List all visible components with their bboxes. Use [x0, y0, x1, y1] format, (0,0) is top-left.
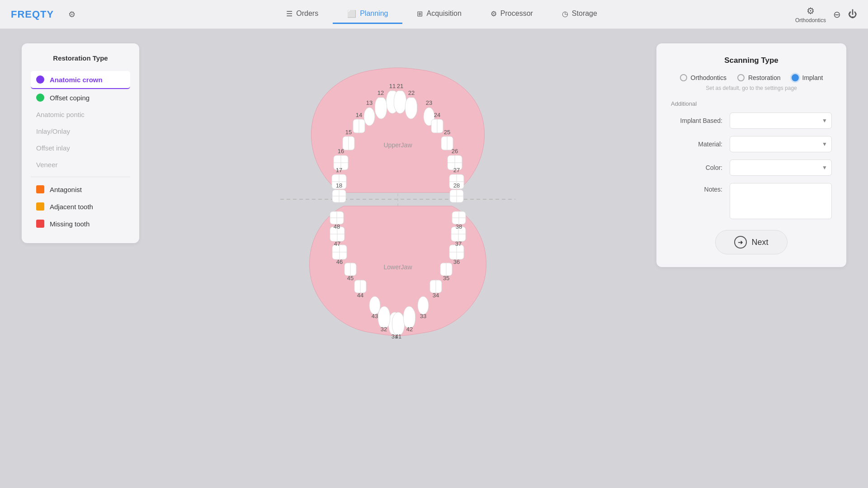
restoration-item-missing-tooth[interactable]: Missing tooth: [31, 215, 130, 232]
radio-label-restoration: Restoration: [748, 74, 781, 81]
color-row: Color: ▼: [671, 160, 832, 176]
next-button[interactable]: ➜ Next: [715, 230, 788, 254]
planning-icon: ⬜: [347, 9, 356, 18]
nav-processor[interactable]: ⚙ Processor: [476, 5, 547, 24]
radio-restoration[interactable]: Restoration: [737, 74, 781, 81]
nav-storage[interactable]: ◷ Storage: [547, 5, 612, 24]
main-content: Restoration Type Anatomic crown Offset c…: [0, 29, 868, 488]
svg-text:47: 47: [334, 240, 340, 247]
next-icon: ➜: [734, 236, 747, 249]
restoration-item-anatomic-pontic: Anatomic pontic: [31, 106, 130, 123]
notes-textarea[interactable]: [730, 183, 832, 219]
implant-based-select-wrapper: ▼: [730, 113, 832, 129]
planning-label: Planning: [360, 9, 388, 18]
additional-label: Additional: [671, 100, 832, 107]
antagonist-label: Antagonist: [50, 186, 82, 193]
material-row: Material: ▼: [671, 136, 832, 152]
left-panel: Restoration Type Anatomic crown Offset c…: [22, 43, 139, 243]
scanning-title: Scanning Type: [671, 56, 832, 65]
notes-label: Notes:: [671, 183, 730, 193]
implant-based-row: Implant Based: ▼: [671, 113, 832, 129]
anatomic-crown-icon: [36, 75, 44, 84]
svg-text:46: 46: [336, 258, 343, 265]
implant-based-label: Implant Based:: [671, 117, 730, 124]
offset-coping-label: Offset coping: [50, 94, 90, 102]
notes-row: Notes:: [671, 183, 832, 219]
svg-text:21: 21: [397, 83, 403, 89]
scan-radio-group: Orthodontics Restoration Implant: [671, 74, 832, 81]
processor-label: Processor: [500, 9, 533, 18]
topbar: FREQTY ⚙ ☰ Orders ⬜ Planning ⊞ Acquisiti…: [0, 0, 868, 29]
svg-text:18: 18: [336, 182, 342, 189]
svg-text:42: 42: [406, 326, 413, 333]
storage-label: Storage: [572, 9, 597, 18]
orthodontics-label: Orthodontics: [795, 17, 826, 23]
ortho-gear-icon: ⚙: [807, 5, 815, 16]
svg-text:15: 15: [345, 129, 352, 136]
svg-text:45: 45: [347, 275, 354, 282]
offset-inlay-label: Offset inlay: [36, 144, 70, 152]
material-label: Material:: [671, 141, 730, 148]
right-panel: Scanning Type Orthodontics Restoration I…: [656, 43, 846, 267]
nav-right: ⚙ Orthodontics ⊖ ⏻: [795, 5, 857, 23]
material-select[interactable]: [730, 136, 832, 152]
restoration-item-anatomic-crown[interactable]: Anatomic crown: [31, 71, 130, 89]
svg-text:16: 16: [338, 148, 344, 155]
minimize-icon[interactable]: ⊖: [833, 9, 841, 20]
svg-text:48: 48: [334, 223, 340, 230]
radio-orthodontics[interactable]: Orthodontics: [680, 74, 726, 81]
radio-label-orthodontics: Orthodontics: [691, 74, 726, 81]
svg-text:23: 23: [426, 99, 432, 106]
power-icon[interactable]: ⏻: [848, 9, 857, 19]
svg-text:38: 38: [456, 223, 462, 230]
storage-icon: ◷: [562, 9, 568, 18]
app-logo: FREQTY: [11, 9, 54, 20]
svg-text:28: 28: [453, 182, 460, 189]
svg-text:24: 24: [434, 112, 440, 118]
svg-text:35: 35: [443, 275, 449, 282]
antagonist-icon: [36, 185, 44, 193]
anatomic-pontic-label: Anatomic pontic: [36, 111, 85, 118]
inlay-onlay-label: Inlay/Onlay: [36, 127, 70, 135]
nav-acquisition[interactable]: ⊞ Acquisition: [402, 5, 476, 24]
next-label: Next: [751, 238, 768, 247]
veneer-label: Veneer: [36, 161, 58, 169]
restoration-item-veneer: Veneer: [31, 156, 130, 173]
svg-point-53: [369, 296, 380, 314]
restoration-item-inlay-onlay: Inlay/Onlay: [31, 123, 130, 140]
missing-tooth-label: Missing tooth: [50, 220, 90, 228]
color-select[interactable]: [730, 160, 832, 176]
orthodontics-nav[interactable]: ⚙ Orthodontics: [795, 5, 826, 23]
acquisition-icon: ⊞: [417, 9, 423, 18]
nav-planning[interactable]: ⬜ Planning: [333, 5, 402, 24]
tooth-map[interactable]: 11 21 12 22: [271, 43, 524, 360]
svg-text:LowerJaw: LowerJaw: [383, 263, 412, 271]
acquisition-label: Acquisition: [426, 9, 461, 18]
radio-label-implant: Implant: [802, 74, 823, 81]
restoration-item-antagonist[interactable]: Antagonist: [31, 181, 130, 198]
settings-icon[interactable]: ⚙: [68, 9, 75, 19]
color-select-wrapper: ▼: [730, 160, 832, 176]
radio-circle-implant: [792, 74, 799, 81]
radio-circle-orthodontics: [680, 74, 687, 81]
svg-text:17: 17: [336, 167, 342, 174]
restoration-item-adjacent-tooth[interactable]: Adjacent tooth: [31, 198, 130, 215]
svg-text:26: 26: [452, 148, 458, 155]
radio-implant[interactable]: Implant: [792, 74, 823, 81]
svg-text:14: 14: [356, 112, 362, 118]
anatomic-crown-label: Anatomic crown: [50, 76, 103, 84]
restoration-item-offset-inlay: Offset inlay: [31, 140, 130, 156]
svg-text:43: 43: [372, 313, 378, 319]
processor-icon: ⚙: [491, 9, 497, 18]
svg-text:41: 41: [395, 333, 401, 340]
restoration-item-offset-coping[interactable]: Offset coping: [31, 89, 130, 106]
adjacent-tooth-label: Adjacent tooth: [50, 203, 93, 211]
offset-coping-icon: [36, 94, 44, 102]
nav-items: ☰ Orders ⬜ Planning ⊞ Acquisition ⚙ Proc…: [88, 5, 795, 24]
svg-text:22: 22: [408, 89, 415, 96]
nav-orders[interactable]: ☰ Orders: [272, 5, 333, 24]
svg-text:37: 37: [455, 240, 462, 247]
implant-based-select[interactable]: [730, 113, 832, 129]
left-panel-title: Restoration Type: [31, 54, 130, 62]
svg-text:33: 33: [420, 313, 426, 319]
